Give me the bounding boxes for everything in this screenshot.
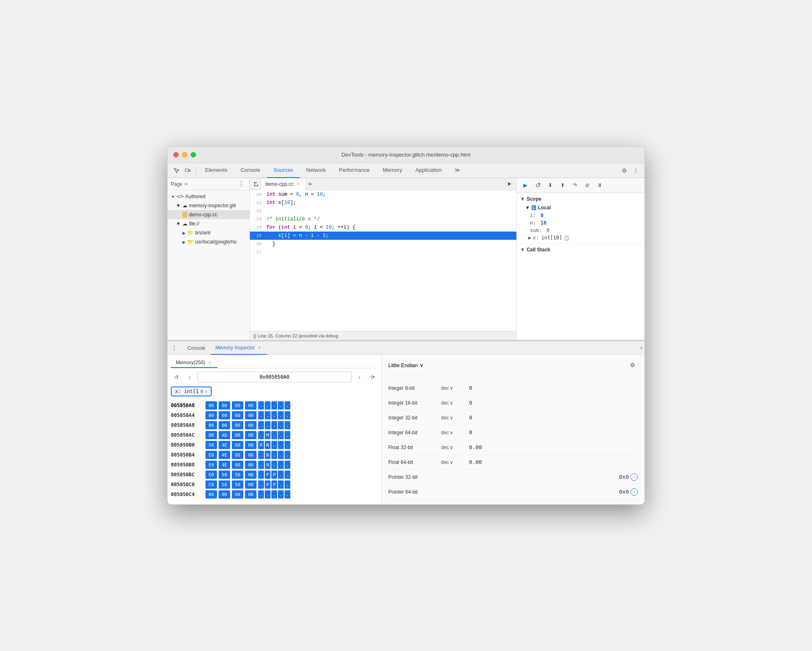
- tab-memory-inspector-bottom[interactable]: Memory Inspector ×: [210, 342, 267, 355]
- val-format-int8[interactable]: dec ∨: [441, 385, 466, 391]
- code-line-16: 16 }: [250, 240, 516, 248]
- endian-selector[interactable]: Little Endian ∨: [388, 362, 424, 368]
- tab-network[interactable]: Network: [300, 163, 333, 178]
- scope-item-n: n: 10: [517, 219, 644, 227]
- highlight-badge-close[interactable]: ×: [205, 389, 208, 394]
- device-icon[interactable]: [182, 165, 193, 176]
- val-format-float32[interactable]: dec ∨: [441, 445, 466, 450]
- ascii-char: .: [258, 421, 264, 429]
- code-area: demo-cpp.cc × ≫ 10 int sum = 0, n = 10; …: [250, 178, 517, 340]
- code-line-10: 10 int sum = 0, n = 10;: [250, 190, 516, 199]
- tree-file-protocol[interactable]: ▼ ☁ file://: [168, 219, 250, 228]
- val-row-float32: Float 32-bit dec ∨ 0.00: [388, 440, 638, 455]
- deactivate-btn[interactable]: ⊘: [582, 180, 593, 191]
- step-over-btn[interactable]: ↺: [532, 180, 543, 191]
- ascii-char: .: [278, 401, 284, 410]
- callstack-label: Call Stack: [527, 247, 550, 253]
- hex-byte: 00: [245, 471, 257, 479]
- step-into-btn[interactable]: ⬇: [545, 180, 555, 191]
- memory-subtab-256[interactable]: Memory(256) ×: [171, 358, 217, 368]
- tab-demo-cpp[interactable]: demo-cpp.cc ×: [261, 178, 306, 190]
- memory-next-btn[interactable]: ›: [354, 372, 365, 382]
- code-line-17: 17: [250, 248, 516, 256]
- code-tabs-more-icon[interactable]: ≫: [306, 180, 315, 189]
- authored-label: Authored: [185, 194, 205, 199]
- val-format-float64[interactable]: dec ∨: [441, 459, 466, 465]
- resume-btn[interactable]: ▶: [520, 180, 531, 191]
- tab-more[interactable]: ≫: [448, 163, 467, 178]
- pause-on-exceptions-btn[interactable]: ⏸: [594, 180, 605, 191]
- settings-icon[interactable]: ⚙: [619, 165, 630, 176]
- minimize-button[interactable]: [182, 152, 187, 157]
- ascii-char: M: [265, 431, 271, 439]
- tab-console-bottom[interactable]: Console: [182, 342, 210, 355]
- val-format-int32[interactable]: dec ∨: [441, 415, 466, 421]
- tab-console[interactable]: Console: [234, 163, 267, 178]
- hex-byte: 00: [219, 411, 230, 419]
- tab-elements[interactable]: Elements: [198, 163, 234, 178]
- tab-sources[interactable]: Sources: [267, 163, 300, 178]
- val-format-int64[interactable]: dec ∨: [441, 430, 466, 436]
- scope-key-i: i:: [530, 213, 536, 218]
- usr-arrow: ▶: [182, 240, 186, 244]
- ptr64-navigate-icon[interactable]: →: [630, 488, 638, 496]
- memory-history-back[interactable]: ↺: [171, 372, 182, 382]
- tab-performance[interactable]: Performance: [332, 163, 376, 178]
- hex-byte: 00: [232, 490, 243, 499]
- close-button[interactable]: [173, 152, 179, 157]
- hex-byte: 00: [232, 401, 243, 410]
- code-line-14: 14 for (int i = 0; i < 10; ++i) {: [250, 223, 516, 232]
- code-tab-close[interactable]: ×: [295, 181, 301, 187]
- hex-addr-5: 005050B4: [171, 452, 204, 458]
- memory-view-icon[interactable]: 📋: [564, 235, 569, 241]
- val-format-int16[interactable]: dec ∨: [441, 400, 466, 406]
- memory-subtab-close[interactable]: ×: [207, 360, 212, 365]
- hex-addr-3: 005050AC: [171, 432, 204, 438]
- cloud-icon-1: ▼: [176, 203, 181, 208]
- local-group-header[interactable]: ▼ L Local: [517, 204, 644, 212]
- close-bottom-panel-icon[interactable]: ×: [640, 345, 643, 351]
- run-snippet-icon[interactable]: [504, 179, 515, 190]
- code-line-11: 11 int x[10];: [250, 199, 516, 207]
- page-more-icon[interactable]: ≫: [184, 182, 188, 186]
- tree-memory-inspector[interactable]: ▼ ☁ memory-inspector.glit: [168, 201, 250, 210]
- scope-section: ▼ Scope ▼ L Local i: 0 n: 10: [517, 193, 644, 243]
- scope-arrow: ▼: [520, 196, 525, 202]
- step-out-btn[interactable]: ⬆: [557, 180, 568, 191]
- titlebar: DevTools - memory-inspector.glitch.me/de…: [168, 147, 644, 163]
- ascii-char: .: [278, 411, 284, 419]
- tree-bsw[interactable]: ▶ 📁 b/s/w/ir: [168, 228, 250, 237]
- hex-byte: 00: [245, 421, 257, 429]
- ascii-char: P: [265, 480, 271, 489]
- memory-address-input[interactable]: [197, 372, 352, 382]
- tab-memory[interactable]: Memory: [376, 163, 409, 178]
- memory-inspector-tab-close[interactable]: ×: [257, 345, 262, 351]
- tree-usr[interactable]: ▶ 📁 usr/local/google/ho: [168, 237, 250, 246]
- bottom-panel-menu-icon[interactable]: ⋮: [169, 344, 179, 352]
- tree-demo-cpp[interactable]: demo-cpp.cc: [168, 210, 250, 219]
- tree-authored[interactable]: ▼ </> Authored: [168, 192, 250, 201]
- ptr32-navigate-icon[interactable]: →: [630, 473, 638, 481]
- memory-prev-btn[interactable]: ‹: [184, 372, 195, 382]
- hex-ascii-9: . . . . .: [258, 490, 290, 499]
- more-options-icon[interactable]: ⋮: [630, 165, 641, 176]
- cursor-icon[interactable]: [171, 165, 182, 176]
- scope-value-n: 10: [541, 220, 546, 226]
- value-inspector-settings-icon[interactable]: ⚙: [627, 360, 638, 370]
- scope-header[interactable]: ▼ Scope: [517, 194, 644, 204]
- code-nav-back-icon[interactable]: [252, 180, 261, 189]
- ascii-char: .: [271, 421, 277, 429]
- tab-application[interactable]: Application: [409, 163, 448, 178]
- hex-bytes-7: E0 50 50 00: [205, 471, 257, 479]
- file-tree: ▼ </> Authored ▼ ☁ memory-inspector.glit…: [168, 190, 250, 248]
- ascii-char: P: [265, 471, 271, 479]
- memory-refresh-btn[interactable]: ⟳: [367, 372, 378, 382]
- maximize-button[interactable]: [191, 152, 196, 157]
- hex-byte: 00: [219, 490, 230, 499]
- file-panel-menu-icon[interactable]: ⋮: [236, 180, 246, 188]
- hex-byte: 80: [205, 431, 217, 439]
- hex-byte: 00: [232, 441, 243, 449]
- callstack-header[interactable]: ▼ Call Stack: [517, 245, 644, 254]
- step-btn[interactable]: ↷: [569, 180, 580, 191]
- bracket-icon: {}: [253, 333, 256, 338]
